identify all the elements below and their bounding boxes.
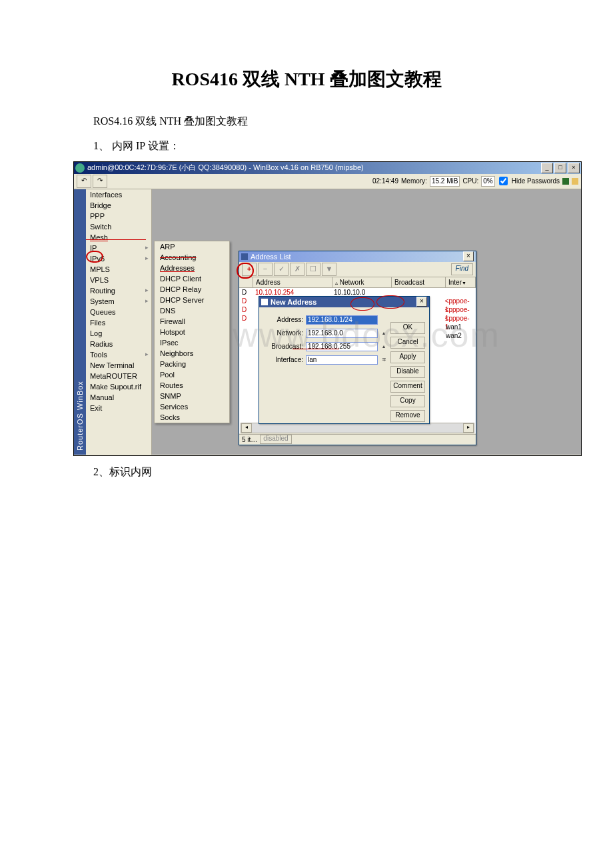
secure-icon	[562, 178, 569, 185]
submenu-neighbors[interactable]: Neighbors	[155, 348, 229, 359]
comment-button[interactable]: ☐	[306, 263, 320, 276]
menu-vpls[interactable]: VPLS	[86, 275, 151, 285]
menu-ip[interactable]: IP	[86, 243, 151, 253]
clear-icon[interactable]: ▴	[378, 343, 390, 349]
menu-metarouter[interactable]: MetaROUTER	[86, 371, 151, 381]
new-address-dialog: New Address × Address: Network: ▴ Broad	[259, 296, 430, 424]
close-button[interactable]: ×	[568, 163, 580, 173]
lbl-interface: Interface:	[267, 356, 306, 363]
submenu-accounting[interactable]: Accounting	[155, 252, 229, 263]
remove-button[interactable]: −	[258, 263, 273, 276]
submenu-snmp[interactable]: SNMP	[155, 391, 229, 401]
filter-button[interactable]: ▼	[322, 263, 336, 276]
status-mem: 15.2 MiB	[430, 176, 460, 187]
input-broadcast[interactable]	[306, 342, 378, 351]
winbox-window: admin@00:0C:42:7D:96:7E (小白 QQ:38490080)…	[73, 161, 582, 456]
menu-system[interactable]: System	[86, 296, 151, 307]
menu-files[interactable]: Files	[86, 317, 151, 328]
submenu-arp[interactable]: ARP	[155, 241, 229, 252]
new-address-title: New Address	[271, 298, 316, 306]
clear-icon[interactable]: ▴	[378, 330, 390, 336]
menu-mesh[interactable]: Mesh	[86, 232, 151, 243]
status-mem-label: Memory:	[401, 177, 427, 185]
window-title: admin@00:0C:42:7D:96:7E (小白 QQ:38490080)…	[87, 163, 364, 173]
menu-interfaces[interactable]: Interfaces	[86, 189, 151, 200]
apply-button[interactable]: Apply	[390, 351, 425, 363]
status-strip: 5 it… disabled	[239, 434, 476, 445]
col-broadcast[interactable]: Broadcast	[392, 277, 446, 287]
scroll-right[interactable]: ▸	[463, 423, 474, 433]
copy-button[interactable]: Copy	[390, 395, 425, 407]
menu-radius[interactable]: Radius	[86, 339, 151, 349]
menu-make-supout[interactable]: Make Supout.rif	[86, 381, 151, 392]
menu-routing[interactable]: Routing	[86, 285, 151, 296]
scroll-left[interactable]: ◂	[241, 423, 252, 433]
cancel-button[interactable]: Cancel	[390, 337, 425, 349]
submenu-addresses[interactable]: Addresses	[155, 263, 229, 273]
submenu-services[interactable]: Services	[155, 401, 229, 412]
ip-submenu: ARP Accounting Addresses DHCP Client DHC…	[154, 241, 230, 423]
dropdown-icon[interactable]: ∓	[378, 357, 390, 363]
minimize-button[interactable]: _	[541, 163, 553, 173]
menu-switch[interactable]: Switch	[86, 221, 151, 232]
maximize-button[interactable]: □	[554, 163, 566, 173]
input-interface[interactable]	[306, 355, 378, 365]
submenu-ipsec[interactable]: IPsec	[155, 337, 229, 348]
submenu-dns[interactable]: DNS	[155, 305, 229, 316]
app-icon	[75, 163, 85, 173]
doc-title: ROS416 双线 NTH 叠加图文教程	[53, 67, 560, 92]
col-address[interactable]: Address	[253, 277, 332, 287]
input-network[interactable]	[306, 329, 378, 338]
menu-mpls[interactable]: MPLS	[86, 264, 151, 275]
ok-button[interactable]: OK	[390, 322, 425, 334]
side-tab[interactable]: RouterOS WinBox	[74, 189, 86, 455]
submenu-socks[interactable]: Socks	[155, 412, 229, 423]
submenu-pool[interactable]: Pool	[155, 369, 229, 380]
main-menu: Interfaces Bridge PPP Switch Mesh IP IPv…	[86, 189, 152, 455]
comment-button[interactable]: Comment	[390, 381, 425, 393]
new-address-close[interactable]: ×	[416, 297, 427, 307]
h-scrollbar[interactable]: ◂ ▸	[241, 423, 474, 433]
menu-manual[interactable]: Manual	[86, 392, 151, 403]
remove-button[interactable]: Remove	[390, 410, 425, 422]
window-icon	[261, 299, 268, 305]
disabled-label: disabled	[260, 435, 291, 444]
dialog-buttons: OK Cancel Apply Disable Comment Copy Rem…	[390, 322, 425, 422]
redo-button[interactable]: ↷	[93, 175, 107, 188]
input-address[interactable]	[306, 315, 378, 325]
menu-ppp[interactable]: PPP	[86, 211, 151, 221]
submenu-packing[interactable]: Packing	[155, 359, 229, 369]
address-list-close[interactable]: ×	[463, 251, 474, 261]
col-interface[interactable]: Inter▼	[446, 277, 476, 287]
submenu-hotspot[interactable]: Hotspot	[155, 327, 229, 337]
status-cpu-label: CPU:	[462, 177, 478, 185]
menu-tools[interactable]: Tools	[86, 349, 151, 360]
menu-new-terminal[interactable]: New Terminal	[86, 360, 151, 371]
main-toolbar: ↶ ↷ 02:14:49 Memory: 15.2 MiB CPU: 0% Hi…	[74, 174, 581, 189]
menu-bridge[interactable]: Bridge	[86, 200, 151, 211]
hide-passwords-label: Hide Passwords	[512, 177, 560, 185]
lbl-network: Network:	[267, 329, 306, 337]
submenu-dhcp-server[interactable]: DHCP Server	[155, 295, 229, 305]
menu-log[interactable]: Log	[86, 328, 151, 339]
window-icon	[241, 253, 248, 260]
undo-button[interactable]: ↶	[77, 175, 91, 188]
menu-queues[interactable]: Queues	[86, 307, 151, 317]
titlebar: admin@00:0C:42:7D:96:7E (小白 QQ:38490080)…	[74, 162, 581, 174]
submenu-dhcp-relay[interactable]: DHCP Relay	[155, 284, 229, 295]
hide-passwords-checkbox[interactable]	[499, 177, 508, 185]
menu-exit[interactable]: Exit	[86, 403, 151, 413]
disable-button[interactable]: ✗	[290, 263, 305, 276]
disable-button[interactable]: Disable	[390, 366, 425, 378]
doc-subtitle: ROS4.16 双线 NTH 叠加图文教程	[93, 112, 560, 131]
submenu-dhcp-client[interactable]: DHCP Client	[155, 273, 229, 284]
status-cpu: 0%	[481, 176, 494, 187]
find-button[interactable]: Find	[451, 263, 473, 275]
submenu-firewall[interactable]: Firewall	[155, 316, 229, 327]
menu-ipv6[interactable]: IPv6	[86, 253, 151, 264]
enable-button[interactable]: ✓	[274, 263, 289, 276]
col-network[interactable]: ▵ Network	[332, 277, 392, 287]
add-button[interactable]: +	[242, 263, 257, 276]
submenu-routes[interactable]: Routes	[155, 380, 229, 391]
list-header: Address ▵ Network Broadcast Inter▼	[239, 277, 476, 288]
